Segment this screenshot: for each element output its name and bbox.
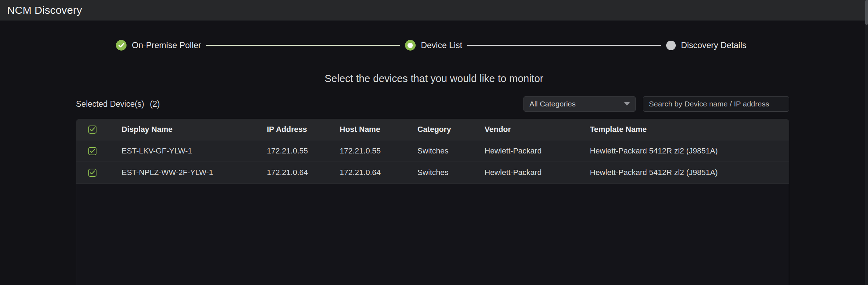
column-header-host-name: Host Name [340, 125, 417, 134]
table-row: EST-LKV-GF-YLW-1 172.21.0.55 172.21.0.55… [76, 140, 789, 162]
step-discovery-details[interactable]: Discovery Details [666, 40, 746, 50]
cell-vendor: Hewlett-Packard [485, 146, 590, 156]
cell-host-name: 172.21.0.64 [340, 168, 417, 177]
device-search-input[interactable] [643, 96, 789, 112]
scrollbar-track [865, 0, 868, 285]
cell-vendor: Hewlett-Packard [485, 168, 590, 177]
check-icon [90, 170, 95, 175]
step-on-premise-poller[interactable]: On-Premise Poller [116, 40, 201, 51]
cell-ip-address: 172.21.0.64 [267, 168, 340, 177]
dot-icon [407, 43, 413, 48]
column-header-vendor: Vendor [485, 125, 590, 134]
row-select-cell [76, 147, 122, 155]
table-header-row: Display Name IP Address Host Name Catego… [76, 119, 789, 140]
page-title: NCM Discovery [7, 4, 82, 16]
category-filter-value: All Categories [529, 100, 624, 108]
selected-devices-count: (2) [150, 99, 160, 109]
category-filter-dropdown[interactable]: All Categories [523, 96, 636, 112]
stepper-connector [467, 45, 661, 46]
wizard-stepper: On-Premise Poller Device List Discovery … [116, 40, 746, 51]
select-all-checkbox[interactable] [88, 126, 96, 134]
check-icon [118, 43, 124, 48]
row-checkbox[interactable] [88, 147, 96, 155]
selected-devices-label: Selected Device(s) [76, 99, 144, 109]
stepper-connector [206, 45, 400, 46]
cell-category: Switches [417, 168, 485, 177]
section-heading: Select the devices that you would like t… [0, 73, 868, 85]
cell-display-name: EST-NPLZ-WW-2F-YLW-1 [122, 168, 267, 177]
controls-row: Selected Device(s) (2) All Categories [76, 96, 789, 112]
step-label: Discovery Details [681, 40, 746, 50]
select-all-cell [76, 126, 122, 134]
column-header-category: Category [417, 125, 485, 134]
table-row: EST-NPLZ-WW-2F-YLW-1 172.21.0.64 172.21.… [76, 162, 789, 184]
appbar: NCM Discovery [0, 0, 868, 21]
caret-down-icon [624, 102, 630, 106]
row-checkbox[interactable] [88, 169, 96, 177]
step-label: On-Premise Poller [132, 40, 201, 50]
cell-template-name: Hewlett-Packard 5412R zl2 (J9851A) [590, 146, 789, 156]
step-pending-circle [666, 41, 676, 50]
cell-host-name: 172.21.0.55 [340, 146, 417, 156]
step-active-dot-icon [405, 40, 416, 51]
cell-ip-address: 172.21.0.55 [267, 146, 340, 156]
step-completed-check-icon [116, 40, 127, 51]
step-label: Device List [421, 40, 462, 50]
column-header-display-name: Display Name [122, 125, 267, 134]
row-select-cell [76, 169, 122, 177]
column-header-template-name: Template Name [590, 125, 789, 134]
check-icon [90, 127, 95, 132]
device-table: Display Name IP Address Host Name Catego… [76, 119, 789, 285]
column-header-ip-address: IP Address [267, 125, 340, 134]
cell-display-name: EST-LKV-GF-YLW-1 [122, 146, 267, 156]
step-device-list[interactable]: Device List [405, 40, 462, 51]
scrollbar-thumb[interactable] [865, 0, 868, 25]
cell-category: Switches [417, 146, 485, 156]
cell-template-name: Hewlett-Packard 5412R zl2 (J9851A) [590, 168, 789, 177]
selected-devices-summary: Selected Device(s) (2) [76, 99, 160, 109]
check-icon [90, 149, 95, 153]
